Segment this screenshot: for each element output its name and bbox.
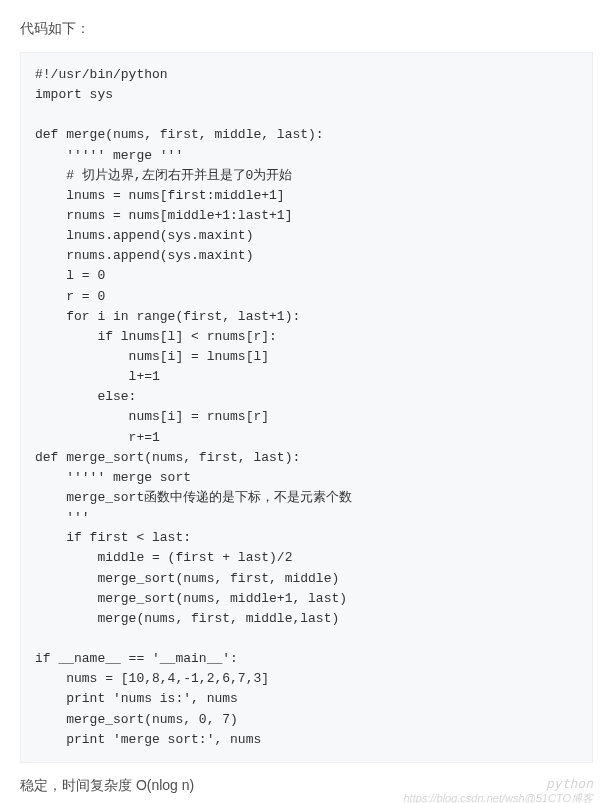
watermark-line1: python [404,776,594,792]
watermark-line2: https://blog.csdn.net/wsh@51CTO博客 [404,792,594,803]
intro-text: 代码如下： [20,20,593,38]
code-block: #!/usr/bin/python import sys def merge(n… [20,52,593,763]
watermark: python https://blog.csdn.net/wsh@51CTO博客 [404,776,594,803]
